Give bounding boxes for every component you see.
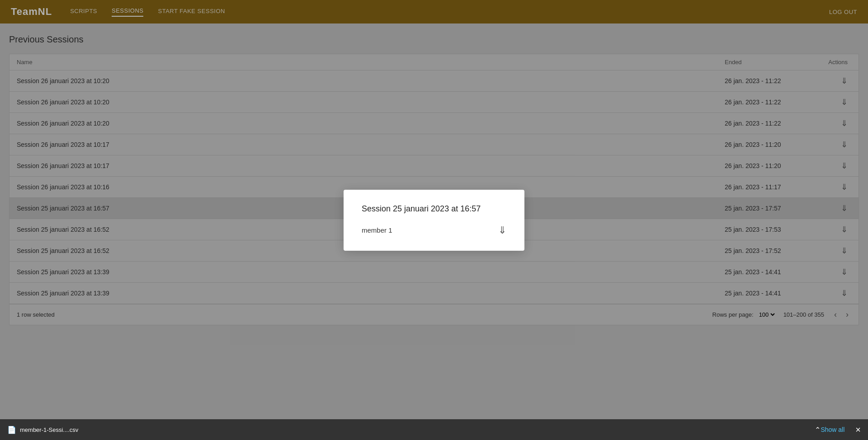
modal-member-row: member 1 ⇓ bbox=[362, 225, 506, 236]
modal-title: Session 25 januari 2023 at 16:57 bbox=[362, 204, 506, 214]
modal-download-icon[interactable]: ⇓ bbox=[498, 225, 506, 236]
modal-member-name: member 1 bbox=[362, 226, 392, 234]
session-detail-modal: Session 25 januari 2023 at 16:57 member … bbox=[344, 190, 524, 251]
modal-overlay[interactable]: Session 25 januari 2023 at 16:57 member … bbox=[0, 0, 868, 419]
